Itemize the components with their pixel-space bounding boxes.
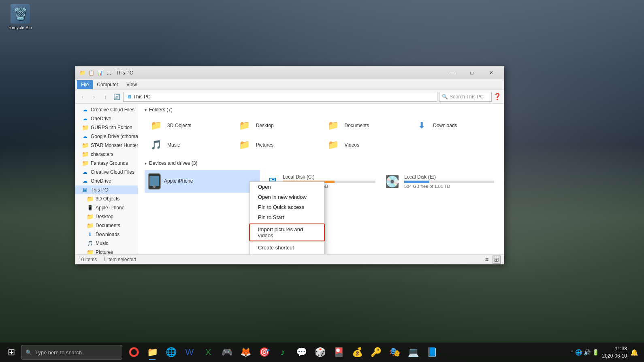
toolbar-icon-1: 📋 xyxy=(87,69,95,77)
folder-videos[interactable]: 📁 Videos xyxy=(322,136,409,154)
search-bar[interactable]: 🔍 Type here to search xyxy=(21,345,122,360)
sidebar-item-pictures[interactable]: 📁 Pictures xyxy=(75,248,138,254)
details-view-btn[interactable]: ≡ xyxy=(483,256,491,264)
iphone-icon xyxy=(148,173,161,190)
folder-documents[interactable]: 📁 Documents xyxy=(322,117,409,134)
folders-header-text: Folders (7) xyxy=(149,107,173,113)
drives-section-header[interactable]: ▾ Devices and drives (3) xyxy=(145,160,497,166)
search-box[interactable]: 🔍 Search This PC xyxy=(439,92,492,102)
ctx-properties[interactable]: Properties xyxy=(250,253,324,254)
ctx-pin-quick[interactable]: Pin to Quick access xyxy=(250,202,324,212)
forward-button[interactable]: › xyxy=(89,92,99,102)
sidebar-item-desktop[interactable]: 📁 Desktop xyxy=(75,212,138,221)
iphone-name: Apple iPhone xyxy=(164,178,257,184)
sidebar-item-cc2[interactable]: ☁ Creative Cloud Files xyxy=(75,168,138,177)
ctx-open-new-window[interactable]: Open in new window xyxy=(250,192,324,202)
folder-downloads[interactable]: ⬇ Downloads xyxy=(410,117,497,134)
folder-dl-name: Downloads xyxy=(433,123,457,128)
taskbar-explorer[interactable]: 📁 xyxy=(143,343,161,361)
sidebar-item-onedrive[interactable]: ☁ OneDrive xyxy=(75,114,138,123)
sidebar-item-creative-cloud[interactable]: ☁ Creative Cloud Files xyxy=(75,105,138,114)
address-path-text: This PC xyxy=(133,94,151,100)
taskbar-app7[interactable]: 🎯 xyxy=(255,343,273,361)
taskbar-1password[interactable]: 🔑 xyxy=(367,343,385,361)
drive-e-space: 504 GB free of 1.81 TB xyxy=(404,184,494,189)
sidebar-item-music[interactable]: 🎵 Music xyxy=(75,239,138,248)
folder-pictures[interactable]: 📁 Pictures xyxy=(233,136,320,154)
drive-iphone[interactable]: Apple iPhone xyxy=(145,170,260,193)
ctx-pin-start[interactable]: Pin to Start xyxy=(250,212,324,222)
sidebar-item-fantasygrounds[interactable]: 📁 Fantasy Grounds xyxy=(75,159,138,168)
sidebar-item-documents[interactable]: 📁 Documents xyxy=(75,221,138,230)
taskbar-vscode[interactable]: 💻 xyxy=(404,343,422,361)
folder-3dobjects[interactable]: 📁 3D Objects xyxy=(145,117,232,134)
folders-grid: 📁 3D Objects 📁 Desktop 📁 Documents xyxy=(145,117,497,154)
help-button[interactable]: ❓ xyxy=(493,93,501,100)
taskbar-app14[interactable]: 🎭 xyxy=(386,343,403,361)
folders-section-header[interactable]: ▾ Folders (7) xyxy=(145,107,497,113)
tray-chevron[interactable]: ^ xyxy=(571,350,573,355)
back-button[interactable]: ‹ xyxy=(78,92,87,102)
sidebar-item-characters[interactable]: 📁 characters xyxy=(75,150,138,159)
chrome-icon: 🌐 xyxy=(166,347,177,358)
taskbar-app12[interactable]: 💰 xyxy=(348,343,366,361)
ctx-open[interactable]: Open xyxy=(250,182,324,192)
folder-desktop-lg-icon: 📁 xyxy=(237,119,253,132)
folder-vid-name: Videos xyxy=(345,142,359,148)
address-bar: ‹ › ↑ 🔄 🖥 This PC 🔍 Search This PC ❓ xyxy=(75,90,504,104)
sidebar-item-iphone[interactable]: 📱 Apple iPhone xyxy=(75,203,138,212)
close-button[interactable]: ✕ xyxy=(482,66,501,79)
sidebar-item-onedrive2[interactable]: ☁ OneDrive xyxy=(75,177,138,185)
folder-pic-lg-icon: 📁 xyxy=(237,138,253,151)
sidebar-item-googledrive[interactable]: ☁ Google Drive (cthomas xyxy=(75,132,138,141)
iphone-sidebar-icon: 📱 xyxy=(87,204,93,211)
address-path[interactable]: 🖥 This PC xyxy=(123,92,437,102)
menu-view[interactable]: View xyxy=(122,80,141,89)
ctx-separator-2 xyxy=(250,241,324,242)
taskbar-steam[interactable]: 🎮 xyxy=(218,343,236,361)
menu-computer[interactable]: Computer xyxy=(93,80,122,89)
folder-desktop[interactable]: 📁 Desktop xyxy=(233,117,320,134)
search-placeholder-text: Type here to search xyxy=(35,349,82,356)
taskbar-cortana[interactable]: ⭕ xyxy=(125,343,143,361)
recycle-bin[interactable]: 🗑️ Recycle Bin xyxy=(6,4,34,30)
taskbar-chrome[interactable]: 🌐 xyxy=(162,343,180,361)
folder-music-name: Music xyxy=(167,142,180,148)
taskbar-excel[interactable]: X xyxy=(199,343,217,361)
refresh-button[interactable]: 🔄 xyxy=(112,92,122,102)
documents-icon: 📁 xyxy=(87,222,93,229)
taskbar-spotify[interactable]: ♪ xyxy=(274,343,292,361)
cloud-icon: ☁ xyxy=(82,106,88,113)
folder-music[interactable]: 🎵 Music xyxy=(145,136,232,154)
app7-icon: 🎯 xyxy=(259,347,270,358)
drive-e-bar-wrap xyxy=(404,181,494,183)
large-icons-view-btn[interactable]: ⊞ xyxy=(493,256,501,264)
taskbar-app10[interactable]: 🎲 xyxy=(311,343,329,361)
sidebar-item-star[interactable]: 📁 STAR Monster Hunters S... xyxy=(75,141,138,150)
volume-tray-icon[interactable]: 🔊 xyxy=(584,349,591,356)
taskbar-discord[interactable]: 💬 xyxy=(292,343,310,361)
sidebar-item-thispc[interactable]: 🖥 This PC xyxy=(75,185,138,194)
ctx-import-pictures[interactable]: Import pictures and videos xyxy=(250,224,324,241)
sidebar-item-downloads[interactable]: ⬇ Downloads xyxy=(75,230,138,239)
drive-e[interactable]: 💽 Local Disk (E:) 504 GB free of 1.81 TB xyxy=(382,170,497,193)
maximize-button[interactable]: □ xyxy=(463,66,481,79)
toolbar-icon-3: ... xyxy=(105,69,113,77)
drive-e-bar xyxy=(404,181,429,183)
taskbar-app11[interactable]: 🎴 xyxy=(330,343,348,361)
sidebar-item-gurps[interactable]: 📁 GURPS 4th Edition xyxy=(75,123,138,132)
notifications-icon[interactable]: 🔔 xyxy=(630,349,638,356)
sidebar-item-3dobjects[interactable]: 📁 3D Objects xyxy=(75,194,138,203)
folders-chevron: ▾ xyxy=(145,108,147,112)
clock-time: 11:38 xyxy=(602,345,627,352)
selection-status: 1 item selected xyxy=(103,257,136,262)
taskbar-word[interactable]: W xyxy=(181,343,198,361)
start-button[interactable]: ⊞ xyxy=(2,343,20,361)
search-placeholder: Search This PC xyxy=(450,94,484,100)
taskbar-app16[interactable]: 📘 xyxy=(423,343,441,361)
menu-file[interactable]: File xyxy=(77,80,93,89)
minimize-button[interactable]: — xyxy=(443,66,462,79)
taskbar-firefox[interactable]: 🦊 xyxy=(237,343,254,361)
ctx-create-shortcut[interactable]: Create shortcut xyxy=(250,243,324,253)
up-button[interactable]: ↑ xyxy=(100,92,110,102)
